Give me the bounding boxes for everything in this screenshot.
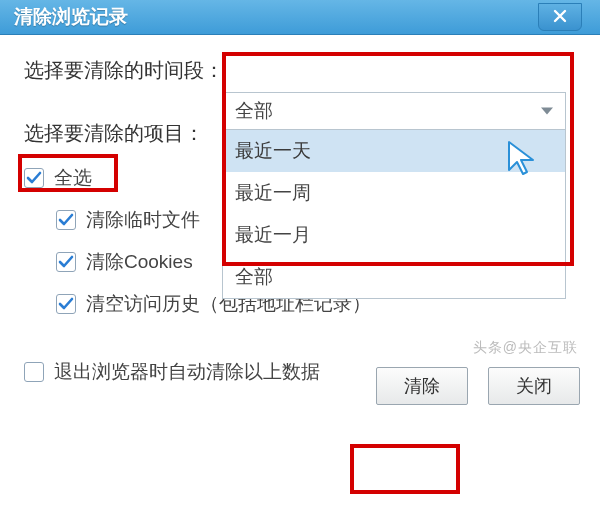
combo-option-recent-month[interactable]: 最近一月 <box>223 214 565 256</box>
combo-selected[interactable]: 全部 <box>222 92 566 130</box>
close-icon <box>553 6 567 28</box>
checkbox-label: 退出浏览器时自动清除以上数据 <box>54 359 320 385</box>
time-range-label: 选择要清除的时间段： <box>24 57 576 84</box>
dialog-window: 清除浏览记录 选择要清除的时间段： 选择要清除的项目： 全选 清除临时文件 <box>0 0 600 419</box>
button-label: 清除 <box>404 374 440 398</box>
combo-option-recent-week[interactable]: 最近一周 <box>223 172 565 214</box>
combo-option-label: 全部 <box>235 266 273 287</box>
footer-buttons: 清除 关闭 <box>376 367 580 405</box>
button-label: 关闭 <box>516 374 552 398</box>
checkbox-label: 清除Cookies <box>86 249 193 275</box>
checkbox-box <box>24 362 44 382</box>
combo-selected-label: 全部 <box>235 98 273 124</box>
combo-option-label: 最近一月 <box>235 224 311 245</box>
time-range-combo: 全部 最近一天 最近一周 最近一月 全部 <box>222 92 566 299</box>
combo-option-all[interactable]: 全部 <box>223 256 565 298</box>
checkbox-box <box>24 168 44 188</box>
combo-option-label: 最近一天 <box>235 140 311 161</box>
close-dialog-button[interactable]: 关闭 <box>488 367 580 405</box>
checkbox-label: 清除临时文件 <box>86 207 200 233</box>
clear-button[interactable]: 清除 <box>376 367 468 405</box>
combo-dropdown: 最近一天 最近一周 最近一月 全部 <box>222 130 566 299</box>
annotation-highlight <box>350 444 460 494</box>
close-button[interactable] <box>538 3 582 31</box>
titlebar: 清除浏览记录 <box>0 0 600 35</box>
combo-option-recent-day[interactable]: 最近一天 <box>223 130 565 172</box>
chevron-down-icon <box>541 108 553 115</box>
watermark: 头条@央企互联 <box>473 339 578 357</box>
dialog-title: 清除浏览记录 <box>14 4 128 30</box>
combo-option-label: 最近一周 <box>235 182 311 203</box>
checkbox-box <box>56 252 76 272</box>
cursor-icon <box>505 140 537 172</box>
checkbox-box <box>56 210 76 230</box>
dialog-body: 选择要清除的时间段： 选择要清除的项目： 全选 清除临时文件 清除Cookies <box>0 35 600 419</box>
checkbox-label: 全选 <box>54 165 92 191</box>
checkbox-box <box>56 294 76 314</box>
